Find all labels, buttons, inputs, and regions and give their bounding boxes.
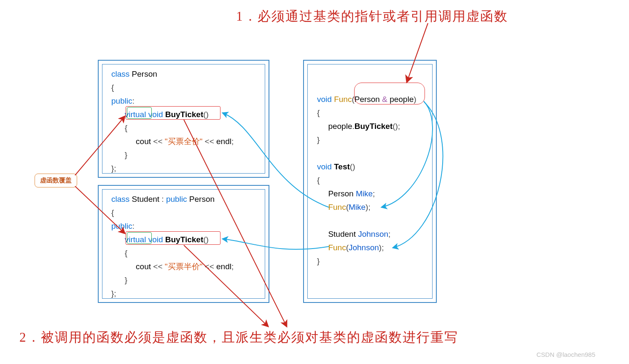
diagram-stage: 1．必须通过基类的指针或者引用调用虚函数 2．被调用的函数必须是虚函数，且派生类… — [0, 0, 629, 364]
code-right: void Func(Person & people) { people.BuyT… — [317, 93, 417, 268]
watermark: CSDN @laochen985 — [537, 351, 595, 358]
highlight-student-virtual-kw — [127, 232, 152, 244]
annotation-bottom: 2．被调用的函数必须是虚函数，且派生类必须对基类的虚函数进行重写 — [19, 329, 458, 346]
annotation-top: 1．必须通过基类的指针或者引用调用虚函数 — [236, 8, 508, 25]
highlight-func-param — [354, 83, 425, 104]
code-student: class Student : public Person { public: … — [111, 193, 234, 300]
highlight-person-virtual-kw — [127, 107, 152, 119]
badge-override: 虚函数覆盖 — [35, 174, 77, 187]
code-person: class Person { public: virtual void BuyT… — [111, 67, 234, 175]
